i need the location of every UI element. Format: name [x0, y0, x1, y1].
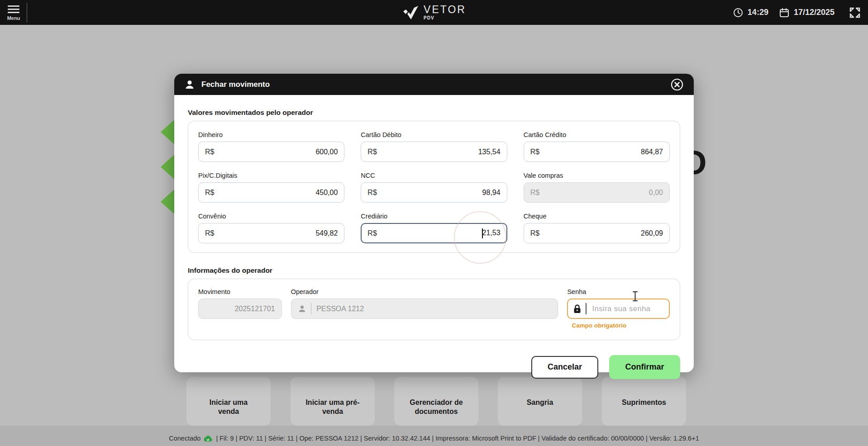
field-value: 864,87: [641, 148, 663, 156]
field-value: 450,00: [315, 189, 338, 197]
dialog-header: Fechar movimento: [174, 74, 694, 95]
field-cartao-debito: Cartão Débito R$ 135,54: [361, 131, 507, 162]
valores-section-title: Valores movimentados pelo operador: [188, 109, 680, 117]
currency-prefix: R$: [530, 148, 539, 156]
field-label: Dinheiro: [198, 131, 344, 138]
tile-sangria[interactable]: Sangria: [498, 377, 582, 426]
connection-status-label: Conectado: [169, 435, 200, 442]
field-value: 0,00: [649, 189, 663, 197]
field-value: 260,09: [641, 229, 663, 237]
currency-prefix: R$: [367, 189, 377, 197]
status-details: | Fil: 9 | PDV: 11 | Série: 11 | Ope: PE…: [216, 435, 699, 442]
field-vale-compras: Vale compras R$ 0,00: [524, 172, 670, 203]
field-value: 549,82: [315, 229, 338, 237]
valores-fieldset: Dinheiro R$ 600,00 Cartão Débito R$ 135,…: [188, 121, 680, 253]
topbar-divider: [27, 3, 27, 22]
field-label: Convênio: [198, 213, 344, 220]
cancel-button[interactable]: Cancelar: [531, 356, 598, 379]
field-pix-digitais: Pix/C.Digitais R$ 450,00: [198, 172, 344, 203]
field-cartao-credito: Cartão Crédito R$ 864,87: [524, 131, 670, 162]
field-label: Pix/C.Digitais: [198, 172, 344, 179]
field-label: Operador: [291, 288, 558, 295]
operador-input: PESSOA 1212: [291, 299, 558, 319]
clock-time: 14:29: [748, 8, 768, 17]
dinheiro-input[interactable]: R$ 600,00: [198, 142, 344, 162]
hamburger-icon: [8, 4, 19, 13]
currency-prefix: R$: [530, 189, 539, 197]
field-label: Senha: [567, 288, 670, 295]
cheque-input[interactable]: R$ 260,09: [524, 223, 670, 243]
text-caret: [586, 303, 587, 314]
senha-required-error: Campo obrigatório: [567, 322, 670, 329]
fechar-movimento-dialog: Fechar movimento Valores movimentados pe…: [174, 74, 694, 372]
brand-chevron-decoration: [161, 120, 174, 144]
field-value: 600,00: [315, 148, 338, 156]
cartao-debito-input[interactable]: R$ 135,54: [361, 142, 507, 162]
operator-person-icon: [184, 79, 195, 90]
brand-logo: VETOR PDV: [402, 0, 466, 25]
field-value: 135,54: [478, 148, 501, 156]
field-value: 21,53: [482, 228, 501, 238]
current-date: 17/12/2025: [794, 8, 835, 17]
close-dialog-button[interactable]: [670, 78, 684, 91]
calendar-icon: [779, 8, 789, 18]
pix-digitais-input[interactable]: R$ 450,00: [198, 182, 344, 203]
field-convenio: Convênio R$ 549,82: [198, 213, 344, 243]
brand-chevron-decoration: [161, 155, 174, 179]
operador-fieldset: Movimento 2025121701 Operador PESSOA 121…: [188, 279, 680, 340]
vetor-checkmark-icon: [402, 4, 420, 21]
field-label: NCC: [361, 172, 507, 179]
convenio-input[interactable]: R$ 549,82: [198, 223, 344, 243]
currency-prefix: R$: [367, 148, 377, 156]
field-cheque: Cheque R$ 260,09: [524, 213, 670, 243]
senha-input[interactable]: Insira sua senha: [567, 299, 670, 319]
menu-button[interactable]: Menu: [6, 4, 21, 21]
menu-button-label: Menu: [7, 15, 20, 21]
currency-prefix: R$: [205, 189, 214, 197]
field-crediario: Crediário R$ 21,53: [361, 213, 507, 243]
tile-iniciar-pre-venda[interactable]: Iniciar uma pré-venda: [291, 377, 375, 426]
fullscreen-button[interactable]: [849, 7, 861, 19]
operador-section-title: Informações do operador: [188, 266, 680, 275]
senha-placeholder: Insira sua senha: [592, 304, 650, 313]
ncc-input[interactable]: R$ 98,94: [361, 182, 507, 203]
currency-prefix: R$: [205, 229, 214, 237]
cartao-credito-input[interactable]: R$ 864,87: [524, 142, 670, 162]
confirm-button[interactable]: Confirmar: [609, 355, 680, 379]
movimento-value: 2025121701: [235, 305, 275, 313]
field-ncc: NCC R$ 98,94: [361, 172, 507, 203]
field-label: Cartão Crédito: [524, 131, 670, 138]
movimento-input: 2025121701: [198, 299, 282, 319]
lock-icon: [573, 304, 581, 313]
top-app-bar: Menu VETOR PDV 14:29: [0, 0, 868, 25]
tile-iniciar-venda[interactable]: Iniciar uma venda: [186, 377, 271, 426]
currency-prefix: R$: [367, 229, 377, 237]
field-label: Cartão Débito: [361, 131, 507, 138]
field-label: Cheque: [524, 213, 670, 220]
field-label: Movimento: [198, 288, 282, 295]
field-operador: Operador PESSOA 1212: [291, 288, 558, 329]
cloud-sync-icon: [204, 435, 213, 442]
field-dinheiro: Dinheiro R$ 600,00: [198, 131, 344, 162]
field-label: Crediário: [361, 213, 507, 220]
currency-prefix: R$: [530, 229, 539, 237]
fullscreen-icon: [849, 7, 861, 19]
field-label: Vale compras: [524, 172, 670, 179]
currency-prefix: R$: [205, 148, 214, 156]
brand-chevron-decoration: [161, 190, 174, 214]
operador-value: PESSOA 1212: [316, 305, 364, 313]
status-bar: Conectado | Fil: 9 | PDV: 11 | Série: 11…: [0, 431, 868, 446]
close-icon: [670, 78, 684, 91]
dialog-title: Fechar movimento: [201, 80, 270, 89]
field-senha: Senha Insira sua senha Campo obrigatório: [567, 288, 670, 329]
user-icon: [298, 304, 306, 313]
vale-compras-input: R$ 0,00: [524, 182, 670, 203]
tile-gerenciador-documentos[interactable]: Gerenciador de documentos: [394, 377, 478, 426]
crediario-input[interactable]: R$ 21,53: [361, 223, 507, 243]
clock-icon: [733, 8, 743, 18]
tile-suprimentos[interactable]: Suprimentos: [602, 377, 686, 426]
brand-subtitle: PDV: [424, 16, 466, 20]
field-movimento: Movimento 2025121701: [198, 288, 282, 329]
input-divider: [311, 303, 312, 314]
brand-name: VETOR: [424, 5, 466, 15]
